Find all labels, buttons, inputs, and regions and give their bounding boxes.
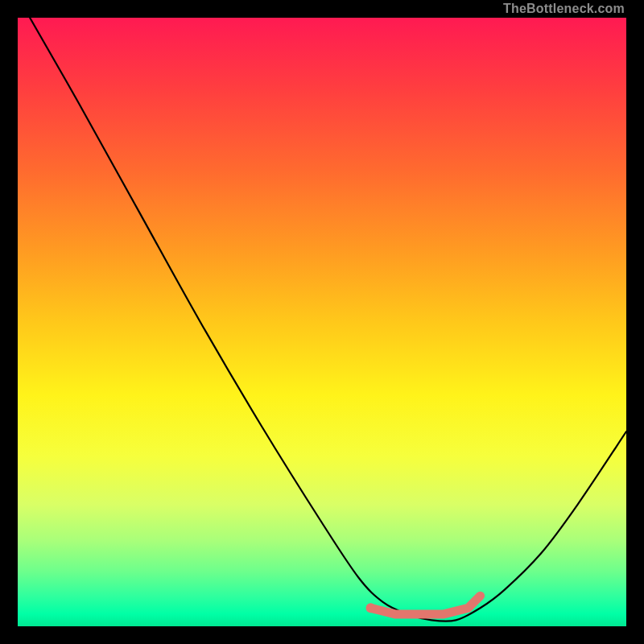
watermark-text: TheBottleneck.com — [503, 0, 625, 18]
chart-svg — [18, 18, 626, 626]
bottleneck-curve — [30, 18, 626, 621]
plot-area — [18, 18, 626, 626]
chart-frame: TheBottleneck.com — [0, 0, 644, 644]
optimal-range-start-dot — [366, 603, 376, 613]
